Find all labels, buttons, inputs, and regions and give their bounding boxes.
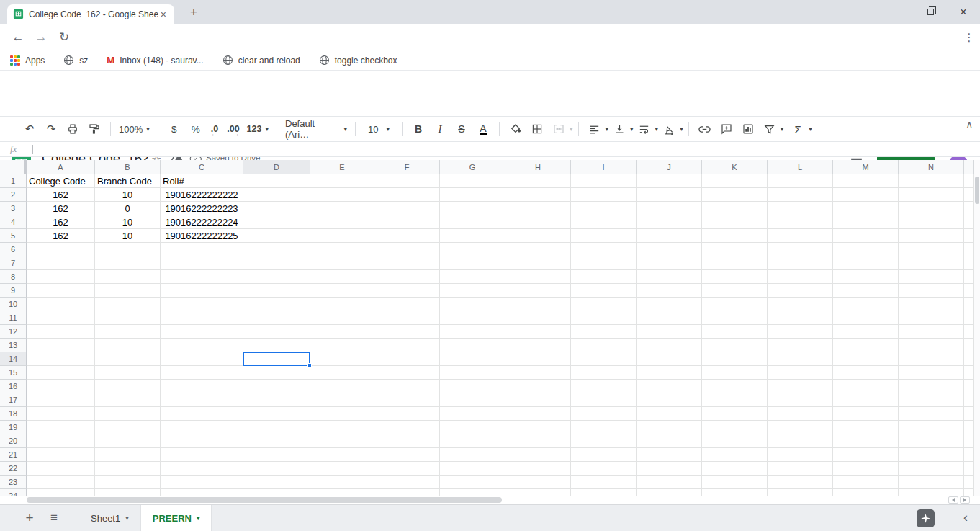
row-header-9[interactable]: 9 <box>0 284 27 298</box>
cell-K6[interactable] <box>702 243 768 256</box>
cell-partial-22[interactable] <box>964 462 974 476</box>
cell-E4[interactable] <box>310 215 374 229</box>
cell-partial-24[interactable] <box>964 489 974 496</box>
cell-partial-9[interactable] <box>964 284 974 298</box>
cell-A9[interactable] <box>27 284 95 298</box>
cell-B5[interactable]: 10 <box>95 229 161 243</box>
row-header-5[interactable]: 5 <box>0 229 27 243</box>
column-header-F[interactable]: F <box>374 160 440 174</box>
cell-K4[interactable] <box>702 215 768 229</box>
cell-C23[interactable] <box>161 476 243 489</box>
reload-button[interactable]: ↻ <box>53 24 75 50</box>
cell-E16[interactable] <box>310 380 374 393</box>
cell-E3[interactable] <box>310 202 374 215</box>
cell-G4[interactable] <box>440 215 505 229</box>
cell-H21[interactable] <box>505 448 571 462</box>
cell-M21[interactable] <box>833 448 899 462</box>
zoom-select[interactable]: 100%▾ <box>119 124 150 135</box>
cell-A18[interactable] <box>27 407 95 421</box>
cell-L6[interactable] <box>768 243 833 256</box>
cell-J21[interactable] <box>637 448 702 462</box>
cell-D22[interactable] <box>243 462 310 476</box>
cell-A3[interactable]: 162 <box>27 202 95 215</box>
tab-close-icon[interactable]: × <box>158 9 168 20</box>
cell-E13[interactable] <box>310 339 374 352</box>
cell-D20[interactable] <box>243 434 310 448</box>
cell-G2[interactable] <box>440 188 505 202</box>
cell-partial-14[interactable] <box>964 352 974 366</box>
vertical-align-icon[interactable] <box>611 120 628 138</box>
collapse-panel-icon[interactable]: ‹ <box>958 504 973 531</box>
cell-A12[interactable] <box>27 325 95 339</box>
add-sheet-button[interactable]: + <box>17 505 42 531</box>
cell-E14[interactable] <box>310 352 374 366</box>
cell-E17[interactable] <box>310 393 374 407</box>
cell-E1[interactable] <box>310 174 374 188</box>
cell-M22[interactable] <box>833 462 899 476</box>
cell-L19[interactable] <box>768 421 833 434</box>
bookmark-item[interactable]: sz <box>63 55 88 66</box>
cell-L1[interactable] <box>768 174 833 188</box>
cell-A13[interactable] <box>27 339 95 352</box>
merge-cells-caret[interactable]: ▾ <box>570 125 573 133</box>
cell-A7[interactable] <box>27 256 95 270</box>
cell-E15[interactable] <box>310 366 374 380</box>
cell-H11[interactable] <box>505 311 571 325</box>
cell-L8[interactable] <box>768 270 833 284</box>
cell-B19[interactable] <box>95 421 161 434</box>
cell-G15[interactable] <box>440 366 505 380</box>
cell-E7[interactable] <box>310 256 374 270</box>
cell-D17[interactable] <box>243 393 310 407</box>
window-restore-button[interactable] <box>914 0 947 24</box>
cell-J10[interactable] <box>637 298 702 311</box>
row-header-13[interactable]: 13 <box>0 339 27 352</box>
row-header-17[interactable]: 17 <box>0 393 27 407</box>
column-header-G[interactable]: G <box>440 160 505 174</box>
cell-F20[interactable] <box>374 434 440 448</box>
cell-N9[interactable] <box>899 284 964 298</box>
horizontal-align-caret[interactable]: ▾ <box>606 125 609 133</box>
cell-M9[interactable] <box>833 284 899 298</box>
cell-D5[interactable] <box>243 229 310 243</box>
cell-J23[interactable] <box>637 476 702 489</box>
horizontal-scrollbar-thumb[interactable] <box>27 497 502 503</box>
cell-I2[interactable] <box>571 188 637 202</box>
vertical-scrollbar-thumb[interactable] <box>975 177 979 204</box>
cell-H22[interactable] <box>505 462 571 476</box>
cell-C8[interactable] <box>161 270 243 284</box>
cell-L9[interactable] <box>768 284 833 298</box>
print-icon[interactable] <box>64 120 81 138</box>
cell-J24[interactable] <box>637 489 702 496</box>
cell-E20[interactable] <box>310 434 374 448</box>
cell-B9[interactable] <box>95 284 161 298</box>
column-header-M[interactable]: M <box>833 160 899 174</box>
cell-G21[interactable] <box>440 448 505 462</box>
window-close-button[interactable]: × <box>947 0 980 24</box>
cell-B1[interactable]: Branch Code <box>95 174 161 188</box>
cell-K8[interactable] <box>702 270 768 284</box>
cell-F11[interactable] <box>374 311 440 325</box>
back-button[interactable]: ← <box>7 24 29 50</box>
cell-C18[interactable] <box>161 407 243 421</box>
cell-E24[interactable] <box>310 489 374 496</box>
row-header-4[interactable]: 4 <box>0 215 27 229</box>
cell-C2[interactable]: 19016222222222 <box>161 188 243 202</box>
cell-D18[interactable] <box>243 407 310 421</box>
cell-K11[interactable] <box>702 311 768 325</box>
cell-M5[interactable] <box>833 229 899 243</box>
cell-B20[interactable] <box>95 434 161 448</box>
cell-E9[interactable] <box>310 284 374 298</box>
undo-icon[interactable]: ↶ <box>21 120 38 138</box>
row-header-7[interactable]: 7 <box>0 256 27 270</box>
cell-G23[interactable] <box>440 476 505 489</box>
cell-partial-12[interactable] <box>964 325 974 339</box>
cell-G5[interactable] <box>440 229 505 243</box>
cell-G13[interactable] <box>440 339 505 352</box>
cell-I23[interactable] <box>571 476 637 489</box>
vertical-align-caret[interactable]: ▾ <box>630 125 634 133</box>
cell-A17[interactable] <box>27 393 95 407</box>
row-header-22[interactable]: 22 <box>0 462 27 476</box>
cell-B3[interactable]: 0 <box>95 202 161 215</box>
column-header-N[interactable]: N <box>899 160 964 174</box>
cell-H4[interactable] <box>505 215 571 229</box>
